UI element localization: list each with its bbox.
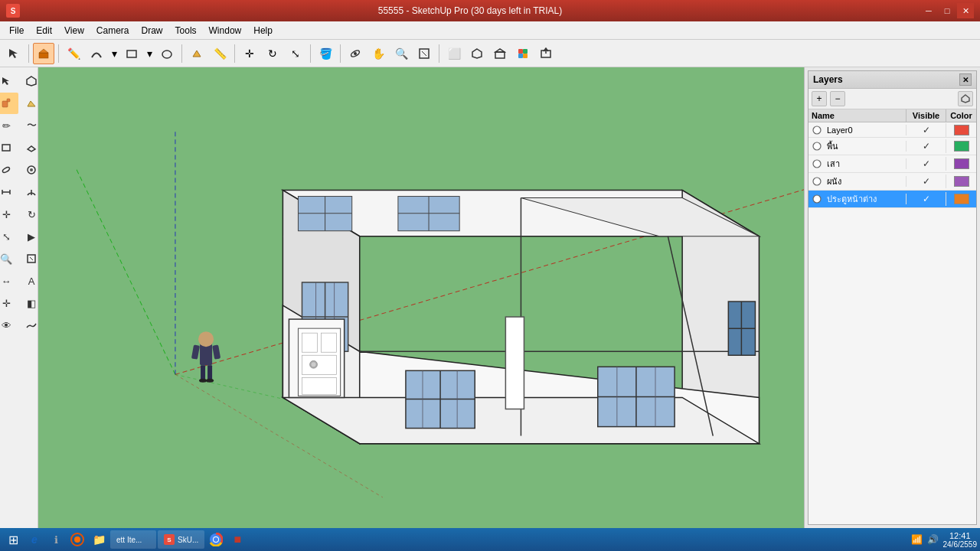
lt-orbit-btn[interactable] (0, 159, 18, 181)
orbit-tool-btn[interactable] (345, 43, 366, 64)
circle-tool-btn[interactable] (156, 43, 178, 64)
lt-move-btn[interactable]: ✛ (0, 204, 18, 225)
lt-followme-btn[interactable]: ▶ (19, 226, 38, 247)
lt-rotate-btn[interactable]: ↻ (19, 204, 38, 225)
layer-color-4[interactable] (946, 192, 976, 206)
svg-point-76 (312, 362, 316, 367)
layer-radio-2[interactable] (811, 158, 823, 170)
lt-zoom-btn[interactable]: 🔍 (0, 248, 18, 269)
zoom-tool-btn[interactable]: 🔍 (390, 43, 412, 64)
taskbar-info-icon[interactable]: ℹ (46, 530, 66, 549)
lt-paint-btn[interactable] (0, 93, 18, 114)
rect-tool-btn[interactable] (121, 43, 142, 64)
color-swatch-4 (954, 194, 969, 204)
lt-freehand-btn[interactable]: 〜 (19, 115, 38, 136)
lt-rect-btn[interactable] (0, 137, 18, 158)
select-tool-btn[interactable] (3, 43, 24, 64)
minimize-button[interactable]: ─ (920, 3, 937, 18)
menu-edit[interactable]: Edit (30, 24, 58, 37)
pushpull-tool-btn[interactable] (33, 43, 54, 64)
toolbar-sep7 (439, 44, 439, 63)
layer-color-2[interactable] (946, 157, 976, 171)
layer-visible-1[interactable]: ✓ (906, 141, 946, 152)
layer-row-4[interactable]: ประตูหน้าต่าง ✓ (808, 191, 976, 208)
lt-zoomext-btn[interactable] (19, 248, 38, 269)
lt-section-btn[interactable]: ◧ (19, 292, 38, 314)
layer-radio-1[interactable] (811, 140, 823, 152)
menu-help[interactable]: Help (247, 24, 279, 37)
menu-file[interactable]: File (3, 24, 30, 37)
layer-row-2[interactable]: เสา ✓ (808, 155, 976, 173)
pencil-tool-btn[interactable]: ✏️ (63, 43, 84, 64)
layers-close-btn[interactable]: ✕ (959, 73, 972, 86)
menu-camera[interactable]: Camera (90, 24, 136, 37)
lt-sandbox-btn[interactable] (19, 315, 38, 336)
export-btn[interactable] (535, 43, 557, 64)
menu-draw[interactable]: Draw (136, 24, 169, 37)
layer-row-3[interactable]: ผนัง ✓ (808, 173, 976, 191)
taskbar-app-item1[interactable]: ett Ite... (110, 530, 156, 549)
lt-select-btn[interactable] (0, 70, 18, 92)
visible-check: ✓ (923, 158, 930, 169)
tape-tool-btn[interactable]: 📏 (209, 43, 230, 64)
layer-color-0[interactable] (946, 123, 976, 137)
visible-check: ✓ (923, 125, 930, 135)
section-tool-btn[interactable]: ⬜ (443, 43, 465, 64)
start-button[interactable]: ⊞ (3, 530, 23, 549)
move-tool-btn[interactable]: ✛ (239, 43, 260, 64)
lt-erase-btn[interactable] (19, 93, 38, 114)
layer-visible-4[interactable]: ✓ (906, 194, 946, 204)
layer-radio-3[interactable] (811, 175, 823, 187)
paint-tool-btn[interactable]: 🪣 (315, 43, 336, 64)
materials-btn[interactable] (512, 43, 534, 64)
lt-pencil-btn[interactable]: ✏ (0, 115, 18, 136)
close-button[interactable]: ✕ (957, 3, 974, 18)
layer-radio-4[interactable] (811, 193, 823, 205)
lt-lookaround-btn[interactable] (19, 159, 38, 181)
taskbar-chrome-icon[interactable] (206, 530, 226, 549)
remove-layer-btn[interactable]: − (830, 91, 845, 106)
layer-radio-0[interactable] (811, 124, 823, 136)
menu-tools[interactable]: Tools (169, 24, 203, 37)
lt-walkthrough-btn[interactable]: 👁 (0, 315, 18, 336)
svg-marker-18 (27, 77, 36, 86)
lt-axes-btn[interactable]: ✛ (0, 292, 18, 314)
arc-dropdown-btn[interactable]: ▾ (109, 43, 119, 64)
lt-protractor-btn[interactable] (19, 181, 38, 203)
layer-visible-0[interactable]: ✓ (906, 125, 946, 135)
taskbar-folder-icon[interactable]: 📁 (89, 530, 109, 549)
layer-name-1: พื้น (825, 138, 906, 155)
lt-pushpull-btn[interactable] (19, 137, 38, 158)
eraser-tool-btn[interactable] (186, 43, 207, 64)
lt-text-btn[interactable]: A (19, 270, 38, 292)
layer-row-0[interactable]: Layer0 ✓ (808, 122, 976, 138)
layers-export-btn[interactable] (958, 91, 973, 106)
warehouse-btn[interactable] (489, 43, 511, 64)
taskbar-extra-icon[interactable]: ■ (227, 530, 247, 549)
layer-row-1[interactable]: พื้น ✓ (808, 138, 976, 155)
taskbar-browser-icon[interactable] (67, 530, 87, 549)
layer-visible-3[interactable]: ✓ (906, 176, 946, 187)
maximize-button[interactable]: □ (939, 3, 956, 18)
arc-tool-btn[interactable] (86, 43, 107, 64)
canvas-viewport[interactable] (38, 67, 804, 528)
scale-tool-btn[interactable]: ⤡ (285, 43, 306, 64)
layer-color-1[interactable] (946, 139, 976, 153)
zoom-extents-btn[interactable] (413, 43, 435, 64)
svg-rect-82 (200, 344, 212, 365)
add-layer-btn[interactable]: + (812, 91, 827, 106)
layer-color-3[interactable] (946, 174, 976, 188)
rect-dropdown-btn[interactable]: ▾ (144, 43, 155, 64)
menu-view[interactable]: View (58, 24, 90, 37)
lt-dimension-btn[interactable]: ↔ (0, 270, 18, 292)
components-btn[interactable] (466, 43, 488, 64)
rotate-tool-btn[interactable]: ↻ (262, 43, 283, 64)
taskbar-sketchup-app[interactable]: S SkU... (158, 530, 204, 549)
layer-visible-2[interactable]: ✓ (906, 158, 946, 169)
lt-scale-btn[interactable]: ⤡ (0, 226, 18, 247)
taskbar-ie-icon[interactable]: e (24, 530, 44, 549)
menu-window[interactable]: Window (203, 24, 248, 37)
lt-tape-btn[interactable] (0, 181, 18, 203)
pan-tool-btn[interactable]: ✋ (368, 43, 389, 64)
lt-component-btn[interactable] (19, 70, 38, 92)
